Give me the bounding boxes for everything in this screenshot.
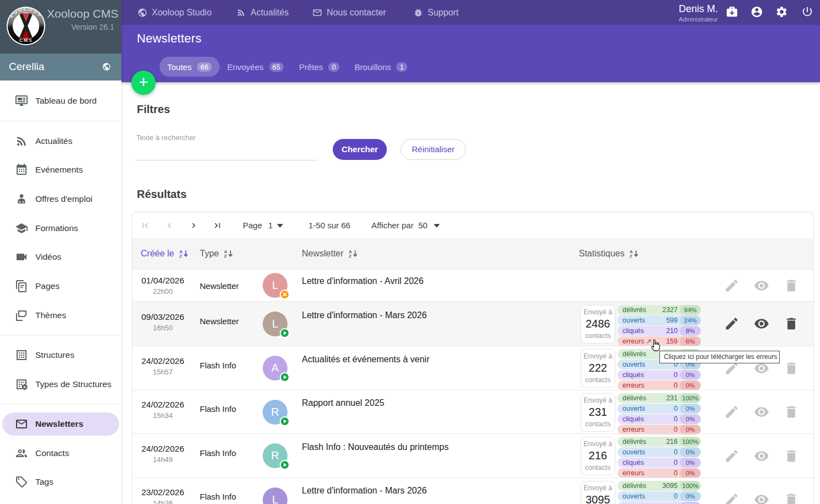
svg-text:Z: Z — [224, 254, 227, 258]
svg-text:Z: Z — [179, 254, 182, 258]
svg-text:A: A — [349, 249, 352, 254]
svg-text:A: A — [224, 249, 227, 254]
svg-text:Z: Z — [630, 254, 632, 258]
svg-text:Z: Z — [349, 254, 352, 258]
svg-text:CMS: CMS — [19, 37, 33, 43]
svg-text:A: A — [630, 249, 633, 254]
svg-text:A: A — [179, 249, 183, 254]
